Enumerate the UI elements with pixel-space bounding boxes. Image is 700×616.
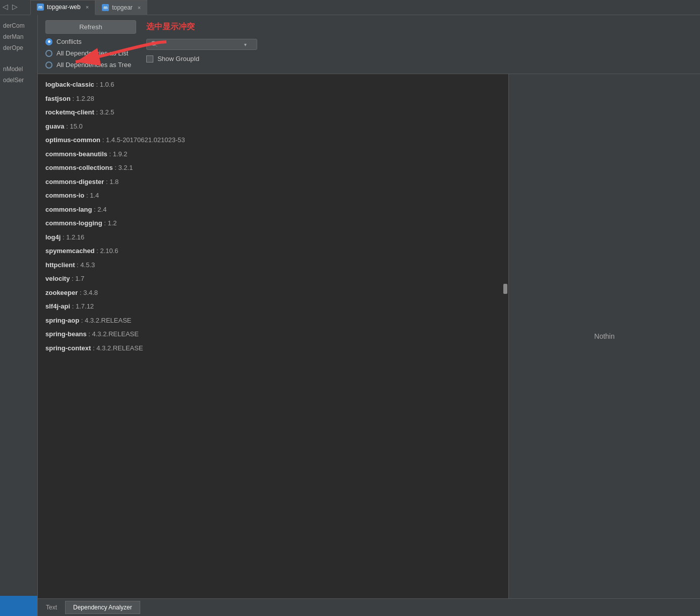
scroll-indicator	[503, 284, 507, 294]
dep-name: commons-lang	[45, 206, 92, 213]
dep-version: : 1.4.5-20170621.021023-53	[100, 136, 185, 144]
dep-item[interactable]: spring-context : 4.3.2.RELEASE	[45, 342, 501, 355]
dep-item[interactable]: log4j : 1.2.16	[45, 231, 501, 244]
search-input[interactable]	[161, 41, 242, 48]
dep-item[interactable]: spring-aop : 4.3.2.RELEASE	[45, 314, 501, 327]
dep-item[interactable]: optimus-common : 1.4.5-20170621.021023-5…	[45, 134, 501, 147]
right-pane-text: Nothin	[594, 332, 614, 340]
radio-circle-conflicts	[45, 38, 52, 45]
dep-version: : 1.2.28	[71, 95, 94, 102]
radio-label-conflicts: Conflicts	[56, 38, 82, 45]
tab-icon-2: m	[102, 4, 109, 11]
show-groupid-label: Show GroupId	[157, 55, 199, 63]
dep-item[interactable]: guava : 15.0	[45, 120, 501, 133]
dep-name: commons-logging	[45, 219, 102, 227]
dep-name: httpclient	[45, 261, 75, 269]
tab-icon-1: m	[37, 4, 44, 11]
dep-name: spring-aop	[45, 317, 79, 324]
dep-version: : 3.4.8	[78, 289, 98, 296]
radio-label-all-list: All Dependencies as List	[56, 49, 128, 57]
dep-name: guava	[45, 122, 65, 130]
dep-item[interactable]: commons-digester : 1.8	[45, 175, 501, 189]
tab-bar: m topgear-web × m topgear ×	[0, 0, 700, 15]
radio-conflicts[interactable]: Conflicts	[45, 38, 131, 45]
dep-version: : 1.2.16	[61, 233, 84, 241]
dep-item[interactable]: commons-lang : 2.4	[45, 203, 501, 216]
dep-item[interactable]: spring-beans : 4.3.2.RELEASE	[45, 328, 501, 341]
radio-all-list[interactable]: All Dependencies as List	[45, 49, 131, 57]
toolbar-icons: ◁ ▷	[3, 3, 18, 11]
dep-item[interactable]: spymemcached : 2.10.6	[45, 244, 501, 258]
tab-topgear-web[interactable]: m topgear-web ×	[30, 0, 95, 15]
dep-name: slf4j-api	[45, 302, 70, 310]
back-icon[interactable]: ◁	[3, 3, 8, 11]
dep-name: rocketmq-client	[45, 108, 94, 116]
dep-item[interactable]: fastjson : 1.2.28	[45, 92, 501, 105]
search-dropdown-arrow[interactable]: ▾	[244, 42, 247, 47]
dep-name: commons-digester	[45, 178, 104, 186]
sidebar-item-3[interactable]: derOpe	[0, 42, 37, 53]
bottom-tab-dependency-analyzer[interactable]: Dependency Analyzer	[65, 601, 140, 614]
right-pane: Nothin	[508, 74, 700, 598]
sidebar-item-2[interactable]: derMan	[0, 31, 37, 42]
content-area: Refresh 选中显示冲突 Conflicts All Dependencie…	[38, 15, 700, 616]
dep-version: : 1.0.6	[94, 81, 114, 88]
sidebar-blue-block	[0, 596, 37, 616]
dep-version: : 1.7	[70, 275, 84, 282]
dep-item[interactable]: commons-beanutils : 1.9.2	[45, 148, 501, 161]
dep-version: : 3.2.5	[94, 108, 114, 116]
dep-name: logback-classic	[45, 81, 94, 88]
tab-topgear[interactable]: m topgear ×	[95, 0, 147, 15]
dep-name: velocity	[45, 275, 70, 282]
bottom-tabs: Text Dependency Analyzer	[38, 598, 700, 616]
dep-item[interactable]: velocity : 1.7	[45, 272, 501, 285]
dep-item[interactable]: zookeeper : 3.4.8	[45, 286, 501, 299]
show-groupid-row: Show GroupId	[146, 55, 257, 63]
dep-name: spring-beans	[45, 330, 87, 338]
dep-version: : 1.7.12	[70, 302, 94, 310]
dep-name: commons-beanutils	[45, 150, 107, 158]
show-groupid-checkbox[interactable]	[146, 55, 153, 63]
dep-name: fastjson	[45, 95, 71, 102]
sidebar-item-1[interactable]: derCom	[0, 20, 37, 31]
dep-name: log4j	[45, 233, 61, 241]
split-pane: logback-classic : 1.0.6fastjson : 1.2.28…	[38, 74, 700, 598]
forward-icon[interactable]: ▷	[12, 3, 18, 11]
dep-version: : 2.10.6	[95, 247, 119, 255]
dep-item[interactable]: rocketmq-client : 3.2.5	[45, 106, 501, 119]
dep-item[interactable]: commons-collections : 3.2.1	[45, 161, 501, 174]
dep-list-pane[interactable]: logback-classic : 1.0.6fastjson : 1.2.28…	[38, 74, 508, 598]
close-tab-1[interactable]: ×	[86, 4, 89, 10]
dep-name: spring-context	[45, 344, 91, 352]
radio-circle-all-list	[45, 50, 52, 57]
search-icon: 🔍	[151, 41, 158, 48]
dep-item[interactable]: commons-io : 1.4	[45, 189, 501, 202]
dep-version: : 1.8	[104, 178, 119, 186]
main-layout: derCom derMan derOpe nModel odelSer Refr…	[0, 15, 700, 616]
dep-name: spymemcached	[45, 247, 95, 255]
radio-label-all-tree: All Dependencies as Tree	[56, 61, 131, 69]
dep-version: : 4.3.2.RELEASE	[87, 330, 139, 338]
dep-item[interactable]: slf4j-api : 1.7.12	[45, 300, 501, 313]
dep-list: logback-classic : 1.0.6fastjson : 1.2.28…	[38, 74, 508, 358]
dep-version: : 15.0	[65, 122, 83, 130]
radio-all-tree[interactable]: All Dependencies as Tree	[45, 61, 131, 69]
sidebar-item-4[interactable]: nModel	[0, 64, 37, 75]
dep-name: commons-collections	[45, 164, 113, 171]
bottom-tab-text[interactable]: Text	[38, 601, 65, 614]
close-tab-2[interactable]: ×	[138, 5, 141, 11]
dep-item[interactable]: logback-classic : 1.0.6	[45, 78, 501, 91]
left-sidebar: derCom derMan derOpe nModel odelSer	[0, 15, 38, 616]
radio-circle-all-tree	[45, 61, 52, 69]
dep-version: : 3.2.1	[113, 164, 133, 171]
tab-label-1: topgear-web	[47, 4, 81, 11]
dep-version: : 2.4	[92, 206, 106, 213]
dep-version: : 4.5.3	[75, 261, 95, 269]
dep-item[interactable]: httpclient : 4.5.3	[45, 259, 501, 272]
refresh-button[interactable]: Refresh	[45, 20, 136, 34]
search-box[interactable]: 🔍 ▾	[146, 39, 257, 50]
top-row: Refresh 选中显示冲突	[45, 20, 692, 34]
dep-version: : 1.9.2	[107, 150, 128, 158]
dep-item[interactable]: commons-logging : 1.2	[45, 217, 501, 230]
sidebar-item-5[interactable]: odelSer	[0, 75, 37, 86]
